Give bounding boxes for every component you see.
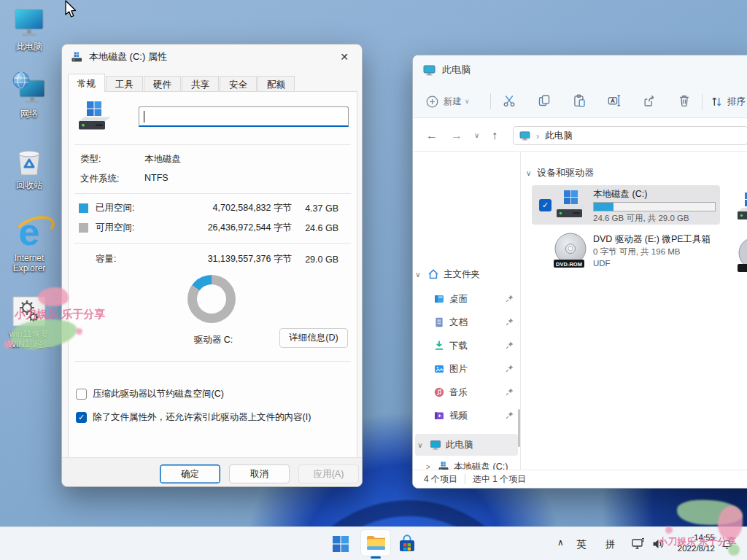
tab-general[interactable]: 常规 bbox=[68, 74, 105, 92]
network-tray-icon[interactable] bbox=[632, 537, 646, 551]
tab-quota[interactable]: 配额 bbox=[258, 76, 295, 92]
drive-icon bbox=[71, 52, 83, 63]
up-button[interactable]: ↑ bbox=[492, 119, 498, 152]
volume-tray-icon[interactable] bbox=[652, 538, 665, 550]
drive-tile-dvd-e[interactable]: DVD-ROM DVD 驱动器 (E:) 微PE工具箱 0 字节 可用, 共 1… bbox=[532, 230, 720, 274]
free-space-bytes: 26,436,972,544 字节 bbox=[182, 222, 292, 234]
details-button[interactable]: 详细信息(D) bbox=[279, 328, 348, 348]
documents-icon bbox=[433, 316, 445, 328]
windows-drive-icon bbox=[555, 190, 589, 220]
tab-security[interactable]: 安全 bbox=[220, 76, 257, 92]
chevron-down-icon: ∨ bbox=[465, 98, 470, 105]
tab-sharing[interactable]: 共享 bbox=[182, 76, 219, 92]
rename-button[interactable] bbox=[601, 89, 627, 112]
drive-caption: 0 字节 可用, 共 196 MB bbox=[593, 246, 681, 257]
forward-button[interactable]: → bbox=[451, 119, 462, 152]
tray-date: 2022/8/12 bbox=[678, 543, 715, 554]
sidebar-item-videos[interactable]: 视频 bbox=[413, 405, 520, 427]
desktop-icon-label: 回收站 bbox=[16, 180, 42, 190]
desktop-icon-recycle-bin[interactable]: 回收站 bbox=[3, 144, 55, 190]
drive-name: 本地磁盘 (C:) bbox=[593, 188, 647, 201]
store-taskbar-button[interactable] bbox=[398, 534, 417, 553]
properties-dialog: 本地磁盘 (C:) 属性 ✕ 常规 工具 硬件 共享 安全 配额 bbox=[61, 44, 363, 487]
delete-button[interactable] bbox=[671, 89, 697, 112]
volume-label-input[interactable] bbox=[139, 106, 349, 127]
selection-checkbox[interactable]: ✓ bbox=[539, 199, 551, 211]
apply-button[interactable]: 应用(A) bbox=[298, 464, 359, 483]
dvd-rom-icon bbox=[736, 236, 747, 274]
tray-chevron-icon[interactable]: ∧ bbox=[557, 537, 564, 548]
desktop-icon-this-pc[interactable]: 此电脑 bbox=[3, 6, 55, 52]
cancel-button[interactable]: 取消 bbox=[229, 464, 290, 483]
sort-button[interactable]: 排序 bbox=[711, 89, 746, 114]
type-label: 类型: bbox=[80, 153, 101, 166]
chevron-down-icon: ∨ bbox=[526, 169, 531, 177]
this-pc-icon bbox=[12, 6, 46, 39]
desktop-icon-label: 网络 bbox=[20, 109, 38, 119]
capacity-gb: 29.0 GB bbox=[292, 254, 338, 265]
windows-drive-icon bbox=[736, 192, 747, 222]
tray-time: 14:55 bbox=[678, 532, 715, 543]
plus-circle-icon bbox=[426, 96, 438, 108]
copy-button[interactable] bbox=[531, 89, 557, 112]
free-space-row: 可用空间: 26,436,972,544 字节 24.6 GB bbox=[79, 222, 338, 234]
sort-icon bbox=[711, 96, 723, 108]
checkbox-checked[interactable]: ✓ bbox=[76, 412, 87, 423]
drive-filesystem: UDF bbox=[593, 259, 611, 268]
pin-icon bbox=[505, 317, 514, 327]
this-pc-icon bbox=[430, 439, 441, 451]
free-space-swatch bbox=[79, 223, 88, 233]
breadcrumb[interactable]: 此电脑 bbox=[545, 130, 573, 142]
sidebar-item-desktop[interactable]: 桌面 bbox=[413, 288, 520, 310]
sidebar-item-this-pc[interactable]: ∨ 此电脑 bbox=[415, 434, 518, 456]
sidebar-item-home[interactable]: ∨ 主文件夹 bbox=[413, 263, 520, 285]
navigation-pane: ∨ 主文件夹 桌面 文档 bbox=[413, 152, 520, 470]
desktop-icon-label: Internet Explorer bbox=[3, 253, 55, 273]
share-button[interactable] bbox=[636, 89, 662, 112]
drive-caption: 24.6 GB 可用, 共 29.0 GB bbox=[593, 213, 689, 224]
desktop-icon-win11-restore[interactable]: win11恢复 WIN10经... bbox=[3, 293, 55, 349]
paste-button[interactable] bbox=[566, 89, 592, 112]
compress-checkbox-label: 压缩此驱动器以节约磁盘空间(C) bbox=[93, 388, 224, 400]
sidebar-scrollbar[interactable] bbox=[518, 409, 520, 447]
checkbox-unchecked[interactable] bbox=[76, 389, 87, 400]
desktop-icon-network[interactable]: 网络 bbox=[3, 73, 55, 119]
ime-mode-indicator[interactable]: 拼 bbox=[605, 538, 616, 551]
sidebar-item-pictures[interactable]: 图片 bbox=[413, 358, 520, 380]
compress-checkbox-row[interactable]: 压缩此驱动器以节约磁盘空间(C) bbox=[76, 388, 224, 400]
gears-icon bbox=[12, 293, 46, 327]
back-button[interactable]: ← bbox=[426, 119, 438, 152]
ok-button[interactable]: 确定 bbox=[160, 464, 220, 483]
used-space-swatch bbox=[79, 203, 88, 213]
start-button[interactable] bbox=[332, 535, 349, 553]
tab-tools[interactable]: 工具 bbox=[106, 76, 143, 92]
sidebar-item-local-disk-c[interactable]: > 本地磁盘 (C:) bbox=[413, 456, 520, 470]
tab-hardware[interactable]: 硬件 bbox=[144, 76, 181, 92]
sidebar-item-documents[interactable]: 文档 bbox=[413, 311, 520, 333]
sidebar-item-music[interactable]: 音乐 bbox=[413, 381, 520, 403]
file-explorer-taskbar-button[interactable] bbox=[360, 529, 391, 556]
used-space-label: 已用空间: bbox=[96, 202, 182, 214]
notification-bell-icon[interactable] bbox=[721, 537, 733, 550]
drive-c-icon bbox=[438, 461, 449, 470]
desktop-icon-internet-explorer[interactable]: e Internet Explorer bbox=[3, 210, 55, 273]
ime-language-indicator[interactable]: 英 bbox=[576, 538, 587, 551]
index-checkbox-row[interactable]: ✓ 除了文件属性外，还允许索引此驱动器上文件的内容(I) bbox=[76, 411, 311, 424]
drive-tile-local-disk-c[interactable]: ✓ 本地磁盘 (C:) 24.6 GB 可用, 共 29.0 GB bbox=[532, 185, 720, 225]
taskbar: ∧ 英 拼 14:55 2022/8/12 bbox=[0, 526, 747, 560]
history-chevron-button[interactable]: ∨ bbox=[474, 119, 479, 152]
sidebar-item-downloads[interactable]: 下载 bbox=[413, 335, 520, 357]
drive-icon bbox=[77, 101, 112, 131]
address-bar[interactable]: › 此电脑 bbox=[513, 126, 747, 145]
check-icon: ✓ bbox=[78, 413, 85, 422]
capacity-bytes: 31,139,557,376 字节 bbox=[182, 253, 292, 265]
cut-button[interactable] bbox=[496, 89, 522, 112]
section-header-devices[interactable]: ∨ 设备和驱动器 bbox=[526, 166, 594, 179]
drive-usage-fill bbox=[594, 203, 614, 211]
recycle-bin-icon bbox=[13, 144, 45, 178]
drive-name: DVD 驱动器 (E:) 微PE工具箱 bbox=[593, 233, 711, 246]
check-icon: ✓ bbox=[542, 201, 549, 210]
clock[interactable]: 14:55 2022/8/12 bbox=[678, 532, 715, 554]
new-button[interactable]: 新建 ∨ bbox=[426, 89, 470, 114]
close-icon[interactable]: ✕ bbox=[331, 46, 357, 68]
